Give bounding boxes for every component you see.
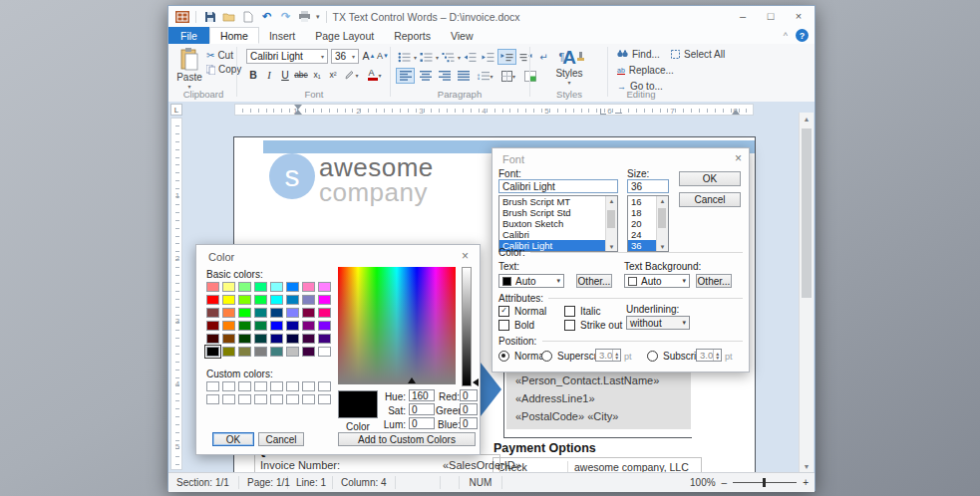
scrollbar-thumb[interactable]	[802, 128, 812, 298]
tab-reports[interactable]: Reports	[384, 27, 441, 44]
color-swatch[interactable]	[270, 347, 283, 357]
chevron-down-icon[interactable]: ▾	[682, 277, 686, 285]
minimize-button[interactable]: –	[729, 6, 757, 26]
scrollbar-thumb[interactable]	[607, 210, 615, 228]
decrease-indent-button[interactable]	[462, 50, 479, 64]
select-all-button[interactable]: Select All	[671, 49, 725, 60]
font-list[interactable]: Brush Script MT Brush Script Std Buxton …	[498, 195, 618, 252]
tab-view[interactable]: View	[441, 27, 484, 44]
line-spacing-button[interactable]: ↕ ▾	[474, 69, 495, 83]
tab-stop-marker[interactable]	[600, 109, 606, 115]
color-swatch[interactable]	[302, 308, 315, 318]
color-swatch[interactable]	[270, 308, 283, 318]
color-swatch[interactable]	[206, 282, 219, 292]
right-indent-marker[interactable]	[732, 110, 740, 115]
custom-color-swatch[interactable]	[302, 381, 315, 391]
zoom-slider-thumb[interactable]	[763, 478, 766, 487]
color-swatch[interactable]	[222, 295, 235, 305]
custom-color-swatch[interactable]	[302, 394, 315, 404]
custom-color-swatch[interactable]	[270, 381, 283, 391]
merge-field[interactable]: «AddressLine1»	[506, 389, 691, 407]
strikethrough-button[interactable]: abc	[294, 68, 308, 82]
chevron-down-icon[interactable]: ▾	[556, 277, 560, 285]
color-swatch[interactable]	[254, 308, 267, 318]
chevron-down-icon[interactable]: ▾	[682, 319, 686, 327]
zoom-slider[interactable]	[733, 482, 797, 483]
font-list-item[interactable]: Buxton Sketch	[499, 218, 617, 229]
ok-button[interactable]: OK	[679, 171, 741, 186]
close-button[interactable]: ×	[785, 6, 813, 26]
color-swatch[interactable]	[254, 321, 267, 331]
color-swatch[interactable]	[238, 308, 251, 318]
hanging-indent-marker[interactable]	[294, 110, 302, 115]
color-swatch[interactable]	[254, 295, 267, 305]
color-swatch[interactable]	[302, 334, 315, 344]
custom-color-swatch[interactable]	[238, 381, 251, 391]
custom-color-swatch[interactable]	[286, 394, 299, 404]
scroll-down-icon[interactable]: ▼	[606, 242, 617, 251]
text-background-other-button[interactable]: Other...	[696, 274, 732, 288]
luminance-arrow[interactable]	[473, 378, 479, 386]
close-icon[interactable]: ×	[735, 151, 742, 165]
scroll-down-icon[interactable]: ▼	[657, 242, 668, 251]
color-swatch[interactable]	[302, 295, 315, 305]
italic-checkbox[interactable]: Italic	[564, 306, 601, 317]
print-icon[interactable]	[297, 10, 312, 24]
color-swatch[interactable]	[270, 282, 283, 292]
custom-color-swatch[interactable]	[238, 394, 251, 404]
color-swatch[interactable]	[254, 334, 267, 344]
font-list-scrollbar[interactable]: ▲ ▼	[605, 196, 617, 251]
maximize-button[interactable]: □	[757, 6, 785, 26]
scroll-down-icon[interactable]: ▼	[800, 460, 814, 472]
zoom-in-button[interactable]: +	[803, 477, 809, 488]
paste-button[interactable]: Paste ▾	[174, 48, 204, 90]
superscript-button[interactable]: x²	[326, 68, 340, 82]
color-swatch[interactable]	[286, 321, 299, 331]
color-swatch[interactable]	[222, 308, 235, 318]
strikeout-checkbox[interactable]: Strike out	[564, 320, 622, 331]
increase-indent-button[interactable]	[480, 50, 496, 64]
color-swatch[interactable]	[206, 308, 219, 318]
custom-color-swatch[interactable]	[318, 381, 331, 391]
color-swatch[interactable]	[222, 282, 235, 292]
color-swatch[interactable]	[270, 321, 283, 331]
chevron-down-icon[interactable]: ▾	[349, 53, 355, 60]
color-swatch[interactable]	[318, 347, 331, 357]
color-swatch[interactable]	[238, 282, 251, 292]
color-swatch[interactable]	[206, 334, 219, 344]
custom-color-swatch[interactable]	[222, 394, 235, 404]
align-center-button[interactable]	[417, 69, 434, 83]
color-swatch[interactable]	[302, 282, 315, 292]
size-list[interactable]: 16 18 20 24 36 ▲ ▼	[627, 195, 669, 252]
align-left-button[interactable]	[396, 68, 415, 84]
custom-color-swatch[interactable]	[270, 394, 283, 404]
color-swatch[interactable]	[206, 347, 219, 357]
color-swatch[interactable]	[286, 308, 299, 318]
color-swatch[interactable]	[318, 334, 331, 344]
font-list-item[interactable]: Calibri	[499, 229, 617, 240]
custom-color-swatch[interactable]	[206, 394, 219, 404]
cut-button[interactable]: ✂ Cut	[206, 50, 233, 61]
color-swatch[interactable]	[238, 321, 251, 331]
scroll-up-icon[interactable]: ▲	[800, 113, 814, 124]
color-swatch[interactable]	[254, 347, 267, 357]
position-normal-radio[interactable]: Normal	[498, 351, 546, 362]
tab-stop-marker[interactable]	[615, 113, 622, 114]
color-swatch[interactable]	[222, 321, 235, 331]
cancel-button[interactable]: Cancel	[258, 432, 304, 446]
merge-field[interactable]: «Person_Contact.LastName»	[506, 372, 691, 389]
hue-input[interactable]: 160	[409, 389, 435, 401]
styles-button[interactable]: A Styles ▾	[531, 48, 607, 86]
subscript-offset-spinner[interactable]: 3.0▲▼	[696, 349, 722, 362]
color-swatch[interactable]	[318, 295, 331, 305]
color-swatch[interactable]	[286, 334, 299, 344]
color-swatch[interactable]	[238, 347, 251, 357]
font-size-input[interactable]: 36	[627, 179, 669, 193]
color-swatch[interactable]	[254, 282, 267, 292]
scroll-up-icon[interactable]: ▲	[657, 196, 668, 205]
scroll-up-icon[interactable]: ▲	[606, 196, 617, 205]
custom-color-swatch[interactable]	[254, 381, 267, 391]
undo-icon[interactable]: ↶	[259, 10, 274, 24]
tab-file[interactable]: File	[168, 27, 209, 44]
font-size-combo[interactable]: 36 ▾	[331, 49, 359, 64]
